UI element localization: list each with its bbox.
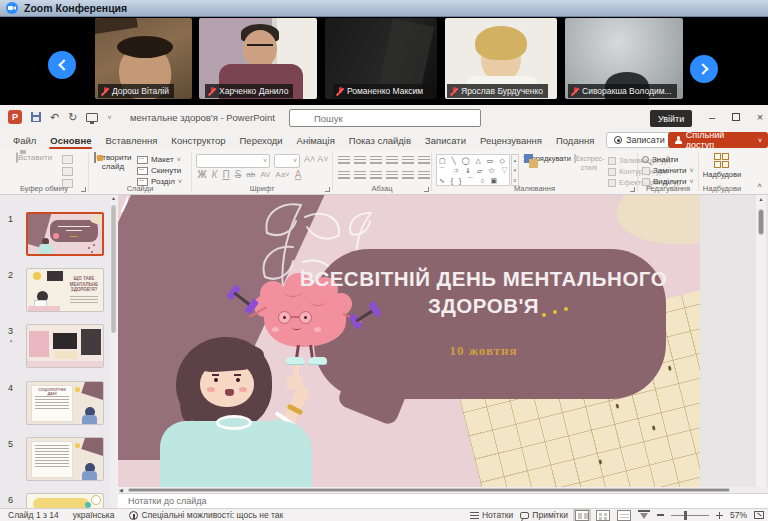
- numbering-button[interactable]: [354, 156, 366, 165]
- columns-button[interactable]: [402, 171, 414, 180]
- slide-canvas[interactable]: ВСЕСВІТНІЙ ДЕНЬ МЕНТАЛЬНОГО ЗДОРОВ'Я 10 …: [118, 195, 700, 487]
- prev-participants-button[interactable]: [48, 51, 76, 79]
- slide-thumbnail[interactable]: [26, 324, 104, 368]
- slide-title-textbox[interactable]: ВСЕСВІТНІЙ ДЕНЬ МЕНТАЛЬНОГО ЗДОРОВ'Я: [286, 265, 681, 319]
- slide-thumbnail[interactable]: СОЦІОЛОГІЧНІ ДАНІ: [26, 381, 104, 425]
- zoom-slider-thumb[interactable]: [684, 511, 687, 520]
- replace-button[interactable]: Замінити ˅: [642, 166, 694, 175]
- new-slide-button[interactable]: Створити слайд: [91, 153, 135, 171]
- arrange-button[interactable]: Упорядкувати: [522, 154, 572, 163]
- minimize-button[interactable]: –: [700, 105, 724, 129]
- dialog-launcher-icon[interactable]: [424, 187, 429, 192]
- smartart-button[interactable]: [418, 171, 430, 180]
- search-input[interactable]: [289, 109, 481, 127]
- slide-date-textbox[interactable]: 10 жовтня: [286, 343, 681, 359]
- tab-file[interactable]: Файл: [6, 131, 43, 150]
- chevron-down-icon: ˅: [293, 157, 297, 164]
- tab-home[interactable]: Основне: [43, 131, 98, 150]
- save-icon[interactable]: [31, 112, 41, 122]
- font-size-combo[interactable]: ˅: [274, 154, 300, 168]
- char-spacing-button[interactable]: AV: [258, 170, 273, 179]
- dialog-launcher-icon[interactable]: [325, 187, 330, 192]
- align-left-button[interactable]: [338, 171, 350, 180]
- grow-shrink-font-buttons[interactable]: A˄ A˅: [304, 154, 329, 164]
- tab-design[interactable]: Конструктор: [164, 131, 232, 150]
- close-button[interactable]: ×: [748, 105, 768, 129]
- horizontal-scrollbar-thumb[interactable]: [128, 488, 730, 492]
- share-button[interactable]: Спільний доступ ˅: [668, 132, 768, 148]
- change-case-button[interactable]: Aa˅: [273, 170, 292, 179]
- undo-icon[interactable]: ↶: [50, 112, 59, 122]
- tab-record[interactable]: Записати: [418, 131, 473, 150]
- zoom-out-button[interactable]: [657, 514, 664, 516]
- thumb-art: [70, 296, 98, 297]
- addins-button-label: Надбудови: [703, 170, 741, 179]
- slideshow-view-button[interactable]: [638, 510, 650, 520]
- tab-review[interactable]: Рецензування: [473, 131, 549, 150]
- record-button[interactable]: Записати: [606, 132, 673, 148]
- tab-view[interactable]: Подання: [549, 131, 601, 150]
- reset-button[interactable]: Скинути: [137, 166, 181, 175]
- slide-thumbnail[interactable]: ЩО ТАКЕ МЕНТАЛЬНЕ ЗДОРОВ'Я?: [26, 268, 104, 312]
- strikethrough-button[interactable]: S: [232, 169, 244, 180]
- underline-button[interactable]: П: [220, 169, 232, 180]
- text-shadow-button[interactable]: ab: [244, 170, 258, 179]
- next-participants-button[interactable]: [690, 55, 718, 83]
- align-right-button[interactable]: [370, 171, 382, 180]
- fit-to-window-button[interactable]: [754, 511, 764, 519]
- justify-button[interactable]: [386, 171, 398, 180]
- tab-transitions[interactable]: Переходи: [233, 131, 290, 150]
- normal-view-button[interactable]: [575, 510, 589, 521]
- text-direction-button[interactable]: [418, 156, 430, 165]
- slide-thumbnail[interactable]: [26, 437, 104, 481]
- canvas-scrollbar-thumb[interactable]: [758, 209, 764, 235]
- slide-thumbnail[interactable]: [26, 493, 104, 508]
- dialog-launcher-icon[interactable]: [81, 187, 86, 192]
- scroll-up-icon[interactable]: ▲: [110, 195, 117, 201]
- paste-button[interactable]: Вставити: [12, 153, 56, 162]
- canvas-vertical-scrollbar[interactable]: ▲: [756, 195, 766, 487]
- accessibility-status[interactable]: Спеціальні можливості: щось не так: [129, 510, 284, 520]
- cut-icon[interactable]: [62, 155, 73, 164]
- notes-pane[interactable]: Нотатки до слайда: [118, 493, 768, 508]
- start-slideshow-icon[interactable]: [86, 113, 98, 122]
- italic-button[interactable]: К: [209, 169, 220, 180]
- customize-qat-icon[interactable]: ˅: [107, 114, 111, 121]
- shapes-gallery[interactable]: ▢ ╲ ◯ △ ▭ ◇ ⌒ ⇒ ⇓ ▱ ☆ ▽ ∿ { } ⌒ ○ ▣: [436, 154, 510, 186]
- thumb-art: [55, 351, 77, 359]
- collapse-ribbon-button[interactable]: ˄: [757, 181, 762, 190]
- find-button[interactable]: Знайти: [642, 155, 678, 164]
- comments-toggle[interactable]: Примітки: [520, 510, 568, 520]
- addins-button[interactable]: Надбудови: [699, 153, 745, 179]
- font-name-combo[interactable]: ˅: [196, 154, 270, 168]
- line-spacing-button[interactable]: [402, 156, 414, 165]
- reading-view-button[interactable]: [617, 510, 631, 521]
- zoom-level[interactable]: 57%: [730, 510, 747, 520]
- increase-indent-button[interactable]: [386, 156, 398, 165]
- slide-thumbnail[interactable]: [26, 212, 104, 256]
- scroll-up-icon[interactable]: ▲: [756, 196, 766, 202]
- panel-scrollbar[interactable]: ▲: [110, 195, 117, 508]
- sign-in-button[interactable]: Увійти: [650, 110, 692, 127]
- copy-icon[interactable]: [62, 167, 73, 176]
- restore-button[interactable]: [724, 105, 748, 129]
- align-center-button[interactable]: [354, 171, 366, 180]
- zoom-in-button[interactable]: [716, 512, 723, 519]
- decrease-indent-button[interactable]: [370, 156, 382, 165]
- panel-scrollbar-thumb[interactable]: [111, 205, 116, 333]
- notes-toggle[interactable]: Нотатки: [470, 510, 513, 520]
- language-indicator[interactable]: українська: [73, 510, 115, 520]
- tab-insert[interactable]: Вставлення: [98, 131, 164, 150]
- dialog-launcher-icon[interactable]: [630, 187, 635, 192]
- bullets-button[interactable]: [338, 156, 350, 165]
- quick-styles-button[interactable]: Експрес-стилі: [572, 154, 606, 172]
- tab-animations[interactable]: Анімація: [290, 131, 342, 150]
- bold-button[interactable]: Ж: [195, 169, 209, 180]
- tab-slideshow[interactable]: Показ слайдів: [342, 131, 418, 150]
- redo-icon[interactable]: ↻: [68, 112, 77, 122]
- font-color-button[interactable]: A: [292, 169, 304, 180]
- slide-sorter-view-button[interactable]: [596, 510, 610, 521]
- zoom-slider[interactable]: [671, 515, 709, 516]
- shapes-gallery-scroll[interactable]: ▴▾≡: [511, 154, 519, 186]
- layout-button[interactable]: Макет ˅: [137, 155, 181, 164]
